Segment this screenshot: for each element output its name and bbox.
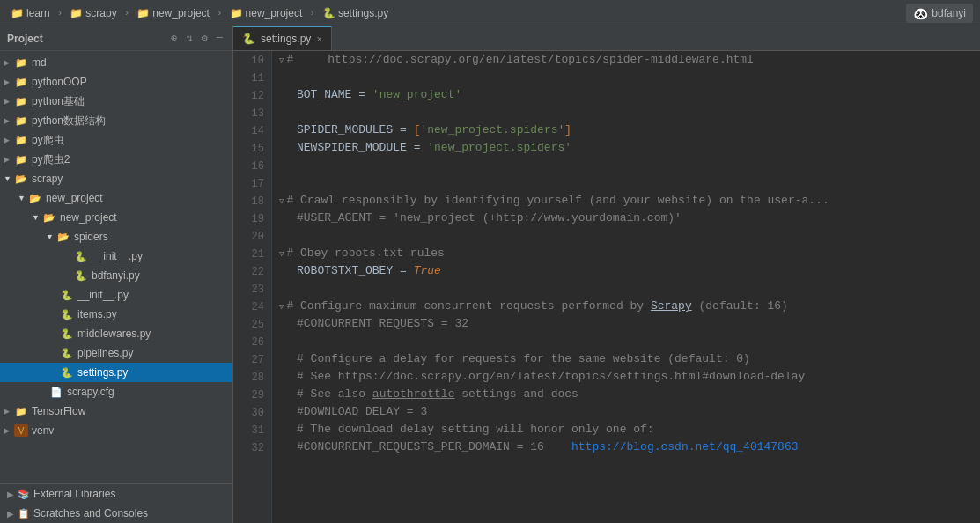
tree-item-python-ds[interactable]: ▶ 📁 python数据结构 [0,111,232,130]
tree-label-py-crawler2: py爬虫2 [32,152,70,167]
folder-icon-py-crawler: 📁 [14,133,28,147]
sidebar-item-scratches[interactable]: ▶ 📋 Scratches and Consoles [0,504,232,523]
tree-item-md[interactable]: ▶ 📁 md [0,53,232,72]
line-num-18: 18 [233,193,271,210]
tree-arrow-py-crawler: ▶ [4,136,14,144]
line-num-27: 27 [233,351,271,369]
code-editor: 10 11 12 13 14 15 16 17 18 19 20 21 22 2… [233,51,980,523]
nav-new-project-1[interactable]: 📁 new_project [133,5,213,21]
tree-item-spiders[interactable]: ▼ 📂 spiders [0,227,232,247]
tree-item-bdfanyi-py[interactable]: 🐍 bdfanyi.py [0,266,232,285]
code-line-26 [279,333,980,350]
tree-item-py-crawler[interactable]: ▶ 📁 py爬虫 [0,130,232,150]
fold-btn-10[interactable]: ▽ [279,56,284,65]
tree-label-new-project-l3: new_project [60,211,117,224]
sidebar-close-icon[interactable]: — [214,31,225,46]
tree-label-init-py-2: __init__.py [77,289,129,301]
line-num-20: 20 [233,228,271,246]
code-content[interactable]: ▽# https://doc.scrapy.org/en/latest/topi… [272,51,980,523]
nav-settings[interactable]: 🐍 settings.py [319,5,392,21]
tree-label-tensorflow: TensorFlow [32,405,85,417]
tree-item-tensorflow[interactable]: ▶ 📁 TensorFlow [0,401,232,421]
tree-item-init-py-1[interactable]: 🐍 __init__.py [0,247,232,266]
tree-label-settings-py: settings.py [77,366,128,379]
fold-btn-24[interactable]: ▽ [279,303,284,312]
tree-item-python-basics[interactable]: ▶ 📁 python基础 [0,92,232,111]
tree-label-venv: venv [32,424,54,437]
tree-item-pythonoop[interactable]: ▶ 📁 pythonOOP [0,72,232,92]
tree-item-new-project-l3[interactable]: ▼ 📂 new_project [0,208,232,227]
code-line-28: # See https://doc.scrapy.org/en/latest/t… [279,368,980,386]
line-num-11: 11 [233,70,271,87]
editor-area: 🐍 settings.py × 10 11 12 13 14 15 16 17 … [233,26,980,523]
folder-icon-tensorflow: 📁 [14,404,28,418]
fold-btn-18[interactable]: ▽ [279,197,284,206]
nav-scrapy-label: scrapy [85,7,116,19]
tree-label-python-basics: python基础 [32,94,85,109]
nav-profile[interactable]: 🐼 bdfanyi [906,4,973,23]
code-line-25: #CONCURRENT_REQUESTS = 32 [279,315,980,333]
code-line-32: #CONCURRENT_REQUESTS_PER_DOMAIN = 16 htt… [279,438,980,456]
tree-item-items-py[interactable]: 🐍 items.py [0,305,232,324]
tree-arrow-venv: ▶ [4,426,14,435]
line-num-26: 26 [233,334,271,351]
line-num-22: 22 [233,263,271,281]
tree-arrow-tensorflow: ▶ [4,407,14,416]
sidebar-item-external-libraries[interactable]: ▶ 📚 External Libraries [0,484,232,504]
tree-item-new-project-l2[interactable]: ▼ 📂 new_project [0,188,232,208]
tree-item-init-py-2[interactable]: 🐍 __init__.py [0,285,232,305]
tree-item-settings-py[interactable]: 🐍 settings.py [0,363,232,382]
line-num-16: 16 [233,158,271,175]
tree-item-scrapy-cfg[interactable]: 📄 scrapy.cfg [0,382,232,401]
line-num-30: 30 [233,404,271,422]
sidebar-bottom: ▶ 📚 External Libraries ▶ 📋 Scratches and… [0,483,232,523]
sidebar-settings-icon[interactable]: ⚙ [199,31,210,46]
py-icon-bdfanyi: 🐍 [74,269,88,283]
sidebar-tree: ▶ 📁 md ▶ 📁 pythonOOP ▶ 📁 python基础 ▶ 📁 py… [0,51,232,483]
fold-btn-21[interactable]: ▽ [279,250,284,259]
cfg-icon-scrapy: 📄 [49,385,63,399]
py-icon-init-1: 🐍 [74,249,88,263]
nav-new-project-2-label: new_project [246,7,303,19]
nav-sep-2: › [124,8,130,18]
nav-sep-3: › [217,8,223,18]
tab-close-settings[interactable]: × [316,33,321,44]
code-line-21: ▽# Obey robots.txt rules [279,245,980,262]
nav-new-project-2[interactable]: 📁 new_project [226,5,306,21]
line-num-10: 10 [233,52,271,70]
py-icon-settings: 🐍 [60,365,74,379]
code-line-12: BOT_NAME = 'new_project' [279,86,980,104]
nav-learn-label: learn [26,7,50,19]
tree-item-scrapy[interactable]: ▼ 📂 scrapy [0,169,232,188]
line-num-25: 25 [233,316,271,334]
line-numbers: 10 11 12 13 14 15 16 17 18 19 20 21 22 2… [233,51,272,523]
code-line-17 [279,174,980,192]
tree-label-items-py: items.py [77,308,117,320]
tree-item-venv[interactable]: ▶ V venv [0,421,232,440]
line-num-29: 29 [233,387,271,404]
line-num-17: 17 [233,175,271,193]
py-icon-items: 🐍 [60,307,74,321]
nav-learn[interactable]: 📁 learn [7,5,54,21]
py-icon-pipelines: 🐍 [60,346,74,360]
tab-settings-py[interactable]: 🐍 settings.py × [233,26,332,50]
code-line-20 [279,227,980,245]
tree-item-middlewares-py[interactable]: 🐍 middlewares.py [0,324,232,343]
tree-item-pipelines-py[interactable]: 🐍 pipelines.py [0,343,232,363]
code-line-15: NEWSPIDER_MODULE = 'new_project.spiders' [279,139,980,157]
code-line-14: SPIDER_MODULES = ['new_project.spiders'] [279,122,980,139]
line-num-24: 24 [233,298,271,316]
tree-arrow-new-project-l2: ▼ [18,194,28,203]
tree-item-py-crawler2[interactable]: ▶ 📁 py爬虫2 [0,150,232,169]
folder-icon-md: 📁 [14,55,28,70]
line-num-13: 13 [233,105,271,122]
sidebar-add-icon[interactable]: ⊕ [168,31,180,46]
line-num-32: 32 [233,439,271,457]
py-icon-init-2: 🐍 [60,288,74,302]
sidebar-title: Project [7,33,43,45]
nav-settings-label: settings.py [338,7,388,19]
sidebar-expand-icon[interactable]: ⇅ [183,31,195,46]
nav-scrapy[interactable]: 📁 scrapy [66,5,120,21]
folder-icon-pythonoop: 📁 [14,75,28,89]
folder-icon-new-project-l3: 📂 [42,210,56,225]
